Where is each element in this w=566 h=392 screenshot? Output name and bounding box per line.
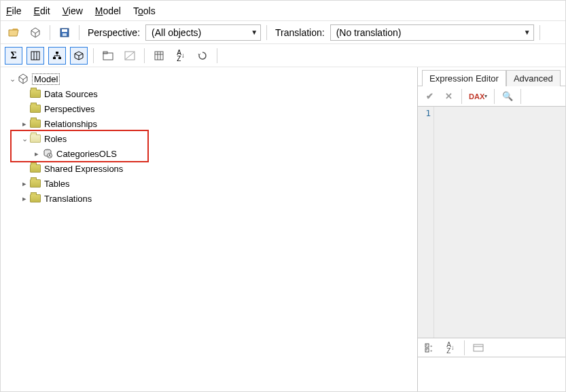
cancel-button[interactable]: ✕ [441, 89, 456, 104]
expand-toggle[interactable]: ▸ [32, 149, 41, 158]
tab-expression-editor[interactable]: Expression Editor [422, 70, 506, 86]
tree-item-relationships[interactable]: ▸ Relationships [3, 116, 417, 131]
separator [79, 25, 79, 40]
separator [540, 25, 540, 40]
menu-view[interactable]: View [63, 5, 83, 16]
svg-rect-10 [58, 57, 61, 59]
toolbar-main: Perspective: (All objects) ▼ Translation… [1, 21, 565, 44]
tree-label: Model [32, 73, 60, 85]
tab-advanced[interactable]: Advanced [506, 70, 561, 86]
menu-bar: File Edit View Model Tools [1, 1, 565, 21]
menu-model[interactable]: Model [95, 5, 121, 16]
tree-item-data-sources[interactable]: ▸ Data Sources [3, 86, 417, 101]
editor-area[interactable] [434, 107, 565, 338]
tree-label: Roles [44, 134, 67, 144]
editor-gutter: 1 [418, 107, 434, 338]
separator [93, 48, 94, 63]
tree-item-tables[interactable]: ▸ Tables [3, 176, 417, 191]
folder-icon [29, 192, 41, 204]
expand-toggle[interactable]: ▸ [20, 120, 29, 128]
folder-icon [29, 177, 41, 190]
translation-label: Translation: [275, 27, 325, 38]
chevron-down-icon: ▾ [484, 93, 487, 99]
tree-item-shared-expressions[interactable]: ▸ Shared Expressions [3, 161, 417, 176]
deploy-button[interactable] [26, 24, 44, 41]
svg-text:+: + [430, 344, 433, 348]
separator [266, 25, 267, 40]
save-button[interactable] [56, 24, 73, 41]
table-view-button[interactable] [150, 47, 168, 65]
expand-toggle[interactable]: ▸ [20, 179, 29, 188]
tree-label: Perspectives [44, 104, 94, 114]
chevron-down-icon: ▼ [251, 29, 258, 36]
hidden-toggle-button[interactable] [121, 47, 139, 65]
svg-rect-21 [155, 52, 163, 60]
menu-edit[interactable]: Edit [34, 5, 50, 16]
properties-toolbar: ++ AZ↓ [418, 338, 565, 357]
alphabetical-button[interactable]: AZ↓ [442, 340, 459, 355]
tree-label: CategoriesOLS [56, 149, 117, 159]
translation-combo[interactable]: (No translation) ▼ [330, 24, 534, 41]
separator [50, 25, 50, 40]
tree-item-perspectives[interactable]: ▸ Perspectives [3, 101, 417, 116]
property-pages-button[interactable] [470, 340, 487, 355]
cube-button[interactable] [70, 47, 88, 65]
folder-open-icon [29, 132, 41, 145]
toolbar-view: Σ AZ↓ [1, 44, 565, 67]
open-folder-button[interactable] [5, 24, 22, 41]
separator [217, 48, 217, 63]
search-button[interactable]: 🔍 [500, 89, 515, 104]
role-icon [41, 147, 54, 160]
cube-icon [17, 73, 29, 85]
sigma-button[interactable]: Σ [5, 47, 22, 65]
folder-view-button[interactable] [99, 47, 117, 65]
perspective-combo[interactable]: (All objects) ▼ [145, 24, 261, 41]
svg-rect-8 [56, 52, 58, 54]
tree-item-categoriesols[interactable]: ▸ CategoriesOLS [3, 146, 417, 161]
separator [144, 48, 145, 63]
refresh-button[interactable] [194, 47, 211, 65]
svg-point-29 [49, 154, 50, 156]
folder-icon [29, 162, 41, 175]
properties-grid[interactable] [418, 357, 565, 391]
categorized-button[interactable]: ++ [422, 340, 438, 355]
dax-mode-button[interactable]: DAX ▾ [467, 89, 489, 104]
expand-toggle[interactable]: ⌄ [7, 75, 17, 84]
right-tabs: Expression Editor Advanced [418, 67, 565, 86]
expression-toolbar: ✔ ✕ DAX ▾ 🔍 [418, 86, 565, 107]
sort-az-button[interactable]: AZ↓ [172, 47, 190, 65]
tree-label: Data Sources [44, 89, 98, 99]
folder-icon [29, 88, 41, 100]
separator [464, 340, 465, 355]
menu-file[interactable]: File [6, 5, 22, 16]
model-tree[interactable]: ⌄ Model ▸ Data Sources ▸ Perspectives ▸ … [1, 67, 418, 391]
expression-editor[interactable]: 1 [418, 107, 565, 338]
hierarchy-button[interactable] [48, 47, 66, 65]
accept-button[interactable]: ✔ [422, 89, 437, 104]
tree-root[interactable]: ⌄ Model [3, 71, 417, 86]
right-panel: Expression Editor Advanced ✔ ✕ DAX ▾ 🔍 1… [418, 67, 565, 391]
tree-label: Shared Expressions [44, 164, 123, 174]
translation-value: (No translation) [336, 27, 402, 38]
folder-icon [29, 118, 41, 130]
svg-rect-3 [62, 29, 67, 32]
expand-toggle[interactable]: ▸ [20, 194, 29, 203]
perspective-value: (All objects) [152, 27, 201, 38]
tree-item-translations[interactable]: ▸ Translations [3, 191, 417, 206]
tree-label: Relationships [44, 119, 97, 129]
tree-label: Translations [44, 194, 92, 204]
svg-rect-5 [31, 52, 39, 60]
svg-rect-9 [53, 57, 56, 59]
svg-rect-4 [63, 33, 67, 36]
tree-item-roles[interactable]: ⌄ Roles [3, 131, 417, 146]
chevron-down-icon: ▼ [524, 29, 531, 36]
svg-text:+: + [430, 349, 433, 353]
separator [494, 89, 495, 104]
expand-toggle[interactable]: ⌄ [20, 135, 29, 143]
separator [520, 89, 521, 104]
separator [461, 89, 462, 104]
folder-icon [29, 103, 41, 115]
body: ⌄ Model ▸ Data Sources ▸ Perspectives ▸ … [1, 67, 565, 391]
columns-button[interactable] [26, 47, 44, 65]
menu-tools[interactable]: Tools [133, 5, 156, 16]
